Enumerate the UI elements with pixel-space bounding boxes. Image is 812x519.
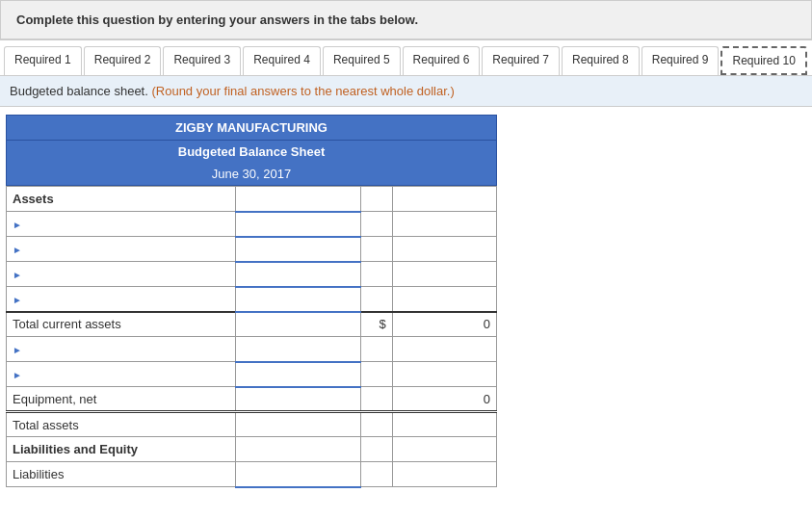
sheet-date-header: June 30, 2017 — [6, 163, 497, 186]
tab-required-5[interactable]: Required 5 — [323, 46, 401, 75]
equip-val-2 — [392, 362, 496, 387]
triangle-icon-4: ► — [13, 295, 22, 305]
asset-amount-field-4[interactable] — [242, 291, 354, 307]
balance-sheet-table: Assets ► ► — [6, 186, 497, 488]
total-current-assets-value: 0 — [392, 312, 496, 337]
triangle-icon-6: ► — [13, 370, 22, 380]
asset-amount-field-1[interactable] — [242, 216, 354, 232]
equip-input-1[interactable] — [236, 337, 361, 362]
liabilities-equity-val — [392, 437, 496, 462]
asset-input-2[interactable] — [236, 237, 361, 262]
table-row: ► — [7, 287, 497, 312]
equipment-net-input — [236, 387, 361, 412]
total-assets-row: Total assets — [7, 412, 497, 437]
asset-val-2 — [392, 237, 496, 262]
tabs-container: Required 1 Required 2 Required 3 Require… — [0, 39, 812, 76]
assets-section-row: Assets — [7, 187, 497, 212]
asset-val-4 — [392, 287, 496, 312]
equip-sym-1 — [361, 337, 392, 362]
liabilities-equity-label: Liabilities and Equity — [7, 437, 236, 462]
asset-label-3: ► — [7, 262, 236, 287]
balance-sheet-section: ZIGBY MANUFACTURING Budgeted Balance She… — [6, 115, 497, 488]
total-assets-value — [392, 412, 496, 437]
content-note-area: Budgeted balance sheet. (Round your fina… — [0, 76, 812, 107]
asset-val-3 — [392, 262, 496, 287]
tab-required-8[interactable]: Required 8 — [562, 46, 640, 75]
content-note-static: Budgeted balance sheet. — [10, 84, 151, 98]
liabilities-val — [392, 462, 496, 487]
asset-input-4[interactable] — [236, 287, 361, 312]
total-assets-label: Total assets — [7, 412, 236, 437]
company-name-header: ZIGBY MANUFACTURING — [6, 115, 497, 141]
liabilities-label: Liabilities — [7, 462, 236, 487]
round-note: (Round your final answers to the nearest… — [151, 84, 454, 98]
table-row: ► — [7, 262, 497, 287]
equip-amount-field-1[interactable] — [242, 341, 354, 357]
asset-amount-field-2[interactable] — [242, 241, 354, 257]
equip-amount-field-2[interactable] — [242, 366, 354, 382]
total-current-assets-input — [236, 312, 361, 337]
table-row: ► — [7, 212, 497, 237]
liabilities-sym — [361, 462, 392, 487]
triangle-icon-5: ► — [13, 345, 22, 355]
equipment-net-row: Equipment, net 0 — [7, 387, 497, 412]
asset-input-1[interactable] — [236, 212, 361, 237]
liabilities-equity-sym — [361, 437, 392, 462]
triangle-icon-3: ► — [13, 270, 22, 280]
tab-required-7[interactable]: Required 7 — [482, 46, 560, 75]
liabilities-row: Liabilities — [7, 462, 497, 487]
triangle-icon-2: ► — [13, 245, 22, 255]
equip-val-1 — [392, 337, 496, 362]
liabilities-equity-col1 — [236, 437, 361, 462]
tab-required-10[interactable]: Required 10 — [720, 46, 806, 75]
equip-sym-2 — [361, 362, 392, 387]
total-current-assets-row: Total current assets $ 0 — [7, 312, 497, 337]
table-row: ► — [7, 362, 497, 387]
asset-amount-field-3[interactable] — [242, 266, 354, 282]
asset-label-1: ► — [7, 212, 236, 237]
assets-sym — [361, 187, 392, 212]
total-assets-sym — [361, 412, 392, 437]
asset-sym-2 — [361, 237, 392, 262]
equipment-net-value: 0 — [392, 387, 496, 412]
equip-input-2[interactable] — [236, 362, 361, 387]
equip-label-2: ► — [7, 362, 236, 387]
tab-required-2[interactable]: Required 2 — [84, 46, 162, 75]
asset-sym-4 — [361, 287, 392, 312]
asset-label-2: ► — [7, 237, 236, 262]
total-current-assets-label: Total current assets — [7, 312, 236, 337]
table-row: ► — [7, 237, 497, 262]
tab-required-3[interactable]: Required 3 — [163, 46, 241, 75]
instruction-text: Complete this question by entering your … — [16, 13, 418, 27]
liabilities-amount-field[interactable] — [242, 466, 354, 482]
tab-required-9[interactable]: Required 9 — [642, 46, 720, 75]
assets-val — [392, 187, 496, 212]
asset-val-1 — [392, 212, 496, 237]
equip-label-1: ► — [7, 337, 236, 362]
total-assets-input — [236, 412, 361, 437]
asset-label-4: ► — [7, 287, 236, 312]
asset-input-3[interactable] — [236, 262, 361, 287]
equipment-net-sym — [361, 387, 392, 412]
asset-sym-3 — [361, 262, 392, 287]
asset-sym-1 — [361, 212, 392, 237]
table-row: ► — [7, 337, 497, 362]
equipment-net-label: Equipment, net — [7, 387, 236, 412]
assets-label: Assets — [7, 187, 236, 212]
sheet-title-header: Budgeted Balance Sheet — [6, 141, 497, 163]
total-current-assets-sym: $ — [361, 312, 392, 337]
liabilities-equity-row: Liabilities and Equity — [7, 437, 497, 462]
tab-required-6[interactable]: Required 6 — [403, 46, 481, 75]
tab-required-1[interactable]: Required 1 — [4, 46, 82, 75]
triangle-icon-1: ► — [13, 220, 22, 230]
liabilities-input[interactable] — [236, 462, 361, 487]
assets-col1 — [236, 187, 361, 212]
instruction-bar: Complete this question by entering your … — [0, 0, 812, 39]
tab-required-4[interactable]: Required 4 — [243, 46, 321, 75]
